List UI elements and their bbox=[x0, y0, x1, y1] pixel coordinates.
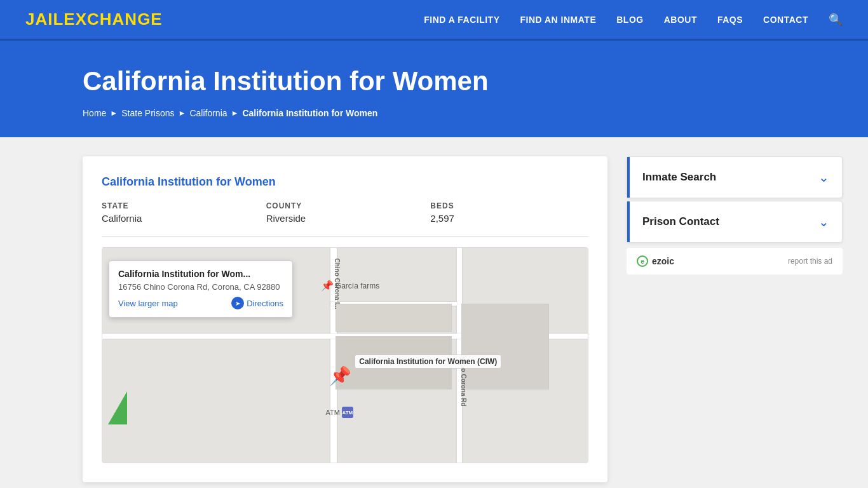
map-popup: California Institution for Wom... 16756 … bbox=[109, 261, 293, 318]
beds-value: 2,597 bbox=[430, 213, 588, 224]
prison-contact-title: Prison Contact bbox=[642, 215, 719, 228]
ezoic-circle-icon: e bbox=[637, 255, 648, 267]
directions-icon: ➤ bbox=[231, 297, 244, 309]
nav-about[interactable]: ABOUT bbox=[664, 15, 697, 25]
prison-contact-chevron-icon: ⌄ bbox=[818, 214, 829, 229]
logo-exchange: EXCHANGE bbox=[64, 10, 162, 29]
green-triangle bbox=[108, 391, 127, 424]
sidebar-inmate-search: Inmate Search ⌄ bbox=[627, 156, 843, 198]
beds-label: BEDS bbox=[430, 201, 588, 210]
view-larger-map-link[interactable]: View larger map bbox=[118, 299, 178, 308]
inmate-search-title: Inmate Search bbox=[642, 171, 716, 184]
atm-label: ATM ATM bbox=[325, 407, 353, 418]
map-popup-links: View larger map ➤ Directions bbox=[118, 297, 283, 309]
beds-info: BEDS 2,597 bbox=[430, 201, 588, 224]
directions-link[interactable]: ➤ Directions bbox=[231, 297, 283, 309]
map-background[interactable]: Chino Corona I... Chino Corona Rd 📌 Garc… bbox=[102, 248, 588, 463]
nav-blog[interactable]: BLOG bbox=[616, 15, 643, 25]
report-ad-label[interactable]: report this ad bbox=[788, 257, 832, 266]
prison-contact-header[interactable]: Prison Contact ⌄ bbox=[627, 201, 842, 242]
logo-jail: JAIL bbox=[25, 10, 64, 29]
breadcrumb: Home ► State Prisons ► California ► Cali… bbox=[83, 108, 843, 118]
directions-label: Directions bbox=[247, 299, 283, 308]
ezoic-bar: e ezoic report this ad bbox=[627, 248, 843, 274]
inmate-search-chevron-icon: ⌄ bbox=[818, 170, 829, 185]
state-label: STATE bbox=[102, 201, 260, 210]
header: JAILEXCHANGE FIND A FACILITY FIND AN INM… bbox=[0, 0, 868, 41]
state-value: California bbox=[102, 213, 260, 224]
map-popup-address: 16756 Chino Corona Rd, Corona, CA 92880 bbox=[118, 281, 283, 293]
nav-faqs[interactable]: FAQs bbox=[717, 15, 743, 25]
garcia-farms-label: 📌 García farms bbox=[321, 280, 379, 292]
ezoic-logo: e ezoic bbox=[637, 255, 674, 267]
county-label: COUNTY bbox=[266, 201, 424, 210]
map-marker: 📌 bbox=[329, 365, 351, 386]
nav-contact[interactable]: CONTACT bbox=[763, 15, 808, 25]
inmate-search-header[interactable]: Inmate Search ⌄ bbox=[627, 157, 842, 198]
ezoic-label: ezoic bbox=[652, 256, 674, 266]
nav-find-facility[interactable]: FIND A FACILITY bbox=[424, 15, 499, 25]
nav-find-inmate[interactable]: FIND AN INMATE bbox=[520, 15, 596, 25]
hero-banner: California Institution for Women Home ► … bbox=[0, 41, 868, 137]
map-block-1 bbox=[336, 304, 452, 332]
main-container: California Institution for Women STATE C… bbox=[0, 137, 868, 488]
garcia-pin-icon: 📌 bbox=[321, 280, 334, 292]
atm-text: ATM bbox=[325, 409, 339, 416]
map-block-3 bbox=[461, 304, 549, 390]
page-title: California Institution for Women bbox=[83, 66, 843, 97]
sidebar-prison-contact: Prison Contact ⌄ bbox=[627, 201, 843, 243]
search-icon[interactable]: 🔍 bbox=[829, 13, 843, 27]
breadcrumb-separator-3: ► bbox=[231, 109, 239, 118]
facility-card: California Institution for Women STATE C… bbox=[83, 156, 607, 482]
map-marker-label: California Institution for Women (CIW) bbox=[355, 355, 501, 369]
garcia-farms-text: García farms bbox=[336, 281, 379, 290]
divider bbox=[102, 236, 588, 237]
sidebar: Inmate Search ⌄ Prison Contact ⌄ e ezoic… bbox=[627, 156, 843, 274]
breadcrumb-california[interactable]: California bbox=[189, 108, 227, 118]
logo[interactable]: JAILEXCHANGE bbox=[25, 10, 163, 29]
breadcrumb-state-prisons[interactable]: State Prisons bbox=[121, 108, 174, 118]
map-container: Chino Corona I... Chino Corona Rd 📌 Garc… bbox=[102, 247, 588, 463]
state-info: STATE California bbox=[102, 201, 260, 224]
breadcrumb-current: California Institution for Women bbox=[242, 108, 377, 118]
nav: FIND A FACILITY FIND AN INMATE BLOG ABOU… bbox=[424, 13, 843, 27]
atm-icon: ATM bbox=[342, 407, 353, 418]
breadcrumb-home[interactable]: Home bbox=[83, 108, 106, 118]
county-value: Riverside bbox=[266, 213, 424, 224]
breadcrumb-separator-1: ► bbox=[110, 109, 118, 118]
map-popup-title: California Institution for Wom... bbox=[118, 269, 283, 279]
info-grid: STATE California COUNTY Riverside BEDS 2… bbox=[102, 201, 588, 224]
county-info: COUNTY Riverside bbox=[266, 201, 424, 224]
facility-card-title: California Institution for Women bbox=[102, 175, 588, 189]
breadcrumb-separator-2: ► bbox=[179, 109, 186, 118]
